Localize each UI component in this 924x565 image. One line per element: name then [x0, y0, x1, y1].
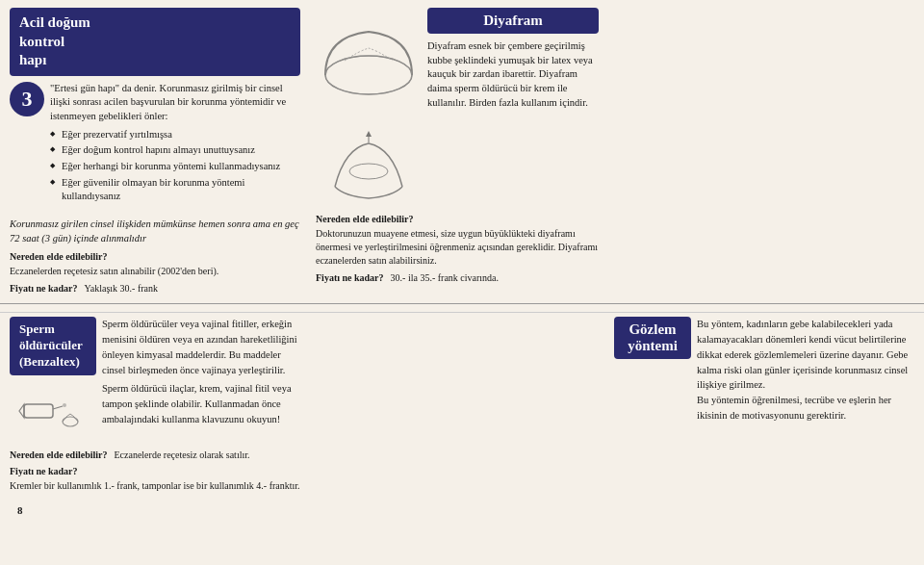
svg-point-1 [325, 56, 412, 94]
nereden-label-acil: Nereden elde edilebilir? [10, 251, 107, 262]
sperm-section: Sperm öldürücüler (Benzaltex) [10, 317, 308, 493]
diyafram-fiyat: Fiyatı ne kadar? 30.- ila 35.- frank civ… [316, 271, 599, 285]
fiyat-text-sperm: Kremler bir kullanımlık 1.- frank, tampo… [10, 479, 300, 493]
diyafram-title: Diyafram [437, 13, 589, 29]
sperm-nereden: Nereden elde edilebilir? Eczanelerde reç… [10, 449, 300, 462]
bullet-1: Eğer prezervatif yırtılmışsa [50, 128, 300, 142]
bottom-section: Sperm öldürücüler (Benzaltex) [0, 312, 924, 501]
bullet-2: Eğer doğum kontrol hapını almayı unuttuy… [50, 143, 300, 158]
diyafram-nereden: Nereden elde edilebilir? Doktorunuzun mu… [316, 214, 599, 268]
fiyat-label-diyafram: Fiyatı ne kadar? [316, 272, 384, 283]
bottom-middle-spacer [308, 317, 606, 493]
svg-point-2 [349, 164, 388, 179]
svg-point-8 [63, 403, 66, 407]
gozlem-section: Gözlem yöntemi Bu yöntem, kadınların geb… [606, 317, 914, 493]
page-bar: 8 [0, 501, 924, 520]
gozlem-content: Bu yöntem, kadınların gebe kalabilecekle… [697, 317, 914, 423]
top-right-spacer [606, 8, 914, 295]
acil-note: Korunmasız girilen cinsel ilişkiden mümk… [10, 218, 300, 245]
section-divider [0, 303, 924, 304]
svg-marker-4 [366, 131, 372, 137]
nereden-label-diyafram: Nereden elde edilebilir? [316, 214, 413, 224]
acil-fiyat: Fiyatı ne kadar? Yaklaşık 30.- frank [10, 282, 300, 295]
diyafram-main-text: Diyafram esnek bir çembere geçirilmiş ku… [427, 39, 599, 110]
top-section: Acil doğum kontrol hapı 3 "Ertesi gün ha… [0, 0, 924, 299]
acil-bullets: Eğer prezervatif yırtılmışsa Eğer doğum … [50, 128, 300, 204]
gozlem-text-area: Bu yöntem, kadınların gebe kalabilecekle… [697, 317, 914, 426]
sperm-illustration [14, 385, 91, 443]
diyafram-text-area: Diyafram Diyafram esnek bir çembere geçi… [427, 8, 599, 208]
diyafram-insertion-illustration [316, 129, 422, 206]
page: Acil doğum kontrol hapı 3 "Ertesi gün ha… [0, 0, 924, 565]
svg-line-7 [53, 406, 63, 409]
fiyat-text-acil: Yaklaşık 30.- frank [85, 282, 158, 295]
acil-header: Acil doğum kontrol hapı [10, 8, 300, 76]
nereden-label-sperm: Nereden elde edilebilir? [10, 449, 107, 460]
sperm-title: Sperm öldürücüler (Benzaltex) [19, 321, 87, 371]
sperm-text-area: Sperm öldürücüler veya vajinal fitiller,… [102, 317, 300, 430]
acil-dogum-section: Acil doğum kontrol hapı 3 "Ertesi gün ha… [10, 8, 308, 295]
gozlem-title: Gözlem yöntemi [624, 321, 681, 354]
nereden-text-diyafram: Doktorunuzun muayene etmesi, size uygun … [316, 227, 599, 268]
gozlem-header-box: Gözlem yöntemi [614, 317, 691, 359]
diyafram-illustration [316, 8, 422, 123]
fiyat-label-sperm: Fiyatı ne kadar? [10, 466, 78, 476]
acil-title: Acil doğum kontrol hapı [19, 13, 291, 70]
nereden-text-sperm: Eczanelerde reçetesiz olarak satılır. [114, 449, 249, 462]
pill-number-circle: 3 [10, 82, 44, 116]
sperm-header-box: Sperm öldürücüler (Benzaltex) [10, 317, 96, 375]
diyafram-header: Diyafram [427, 8, 599, 34]
nereden-text-acil: Eczanelerden reçetesiz satın alınabilir … [10, 265, 218, 278]
bullet-3: Eğer herhangi bir korunma yöntemi kullan… [50, 160, 300, 174]
page-number: 8 [10, 502, 31, 518]
sperm-content1: Sperm öldürücüler veya vajinal fitiller,… [102, 317, 300, 377]
sperm-header-image: Sperm öldürücüler (Benzaltex) [10, 317, 96, 443]
acil-intro: "Ertesi gün hapı" da denir. Korunmasız g… [50, 82, 300, 207]
diyafram-image-area [316, 8, 422, 208]
fiyat-label-acil: Fiyatı ne kadar? [10, 283, 78, 294]
svg-rect-5 [24, 404, 53, 418]
diyafram-section: Diyafram Diyafram esnek bir çembere geçi… [308, 8, 606, 295]
sperm-fiyat: Fiyatı ne kadar? Kremler bir kullanımlık… [10, 466, 300, 493]
gozlem-header-col: Gözlem yöntemi [614, 317, 691, 426]
fiyat-text-diyafram: 30.- ila 35.- frank civarında. [391, 271, 499, 285]
bullet-4: Eğer güvenilir olmayan bir korunma yönte… [50, 176, 300, 204]
sperm-content2: Sperm öldürücü ilaçlar, krem, vajinal fi… [102, 381, 300, 426]
acil-nereden: Nereden elde edilebilir? Eczanelerden re… [10, 251, 300, 278]
